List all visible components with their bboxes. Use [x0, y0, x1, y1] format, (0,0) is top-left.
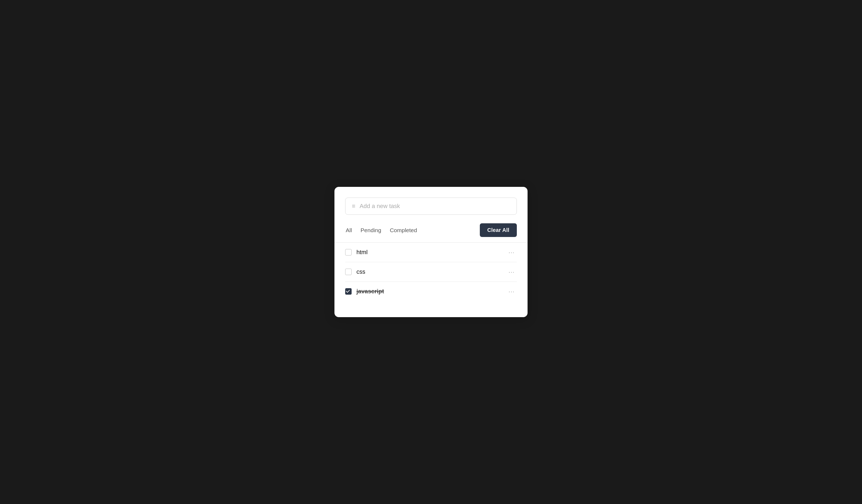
inner-content: ≡ All Pending Completed Clear All [335, 198, 527, 242]
clear-all-button[interactable]: Clear All [480, 223, 517, 237]
task-checkbox-1[interactable] [345, 249, 352, 255]
task-checkbox-3[interactable] [345, 288, 352, 295]
task-label-1: html [356, 249, 501, 256]
task-checkbox-2[interactable] [345, 269, 352, 275]
task-list-wrapper: html ··· css ··· javascript ··· [335, 243, 527, 301]
filter-all-button[interactable]: All [345, 226, 352, 235]
task-item: javascript ··· [345, 282, 517, 301]
app-card: ≡ All Pending Completed Clear All html ·… [335, 187, 527, 317]
filter-bar: All Pending Completed Clear All [345, 223, 517, 242]
task-input[interactable] [360, 203, 510, 210]
filter-pending-button[interactable]: Pending [360, 226, 382, 235]
lines-icon: ≡ [352, 203, 355, 210]
task-input-wrapper: ≡ [345, 198, 517, 215]
filter-completed-button[interactable]: Completed [389, 226, 418, 235]
task-more-button-3[interactable]: ··· [506, 288, 517, 295]
task-label-2: css [356, 268, 501, 275]
task-label-3: javascript [356, 288, 501, 295]
task-more-button-1[interactable]: ··· [506, 249, 517, 256]
task-list: html ··· css ··· javascript ··· [345, 243, 517, 301]
task-item: html ··· [345, 243, 517, 262]
task-item: css ··· [345, 262, 517, 282]
task-more-button-2[interactable]: ··· [506, 268, 517, 276]
